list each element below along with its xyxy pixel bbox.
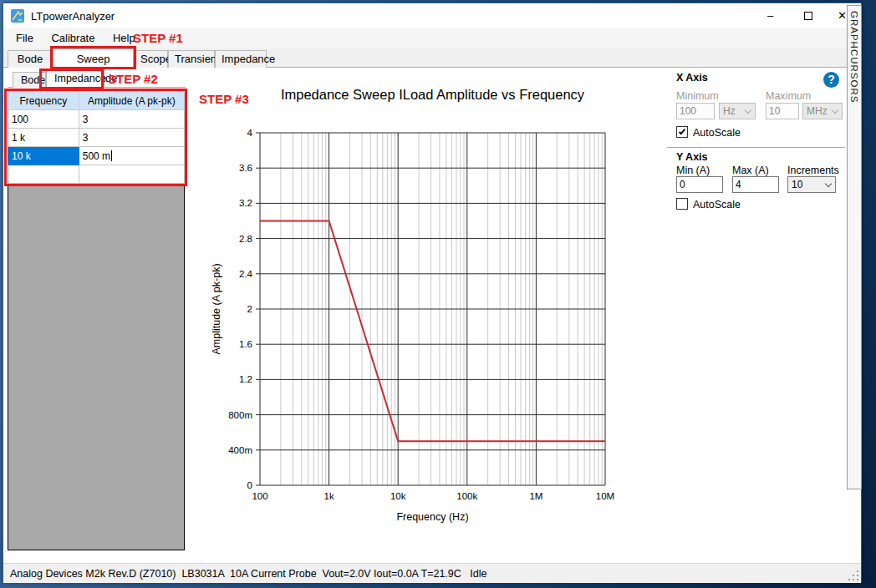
x-min-label: Minimum — [676, 90, 719, 102]
text-caret — [111, 150, 112, 161]
x-min-unit-dropdown[interactable]: Hz — [719, 103, 756, 119]
increments-label: Increments — [787, 165, 839, 176]
table-header-row: Frequency Amplitude (A pk-pk) — [8, 92, 185, 110]
column-header-frequency[interactable]: Frequency — [8, 92, 79, 110]
cell-frequency[interactable] — [8, 165, 79, 184]
main-tab-strip: Bode Plot Sweep Amplitude Scope Transien… — [3, 48, 861, 68]
maximize-icon — [804, 12, 812, 20]
table-row-empty — [8, 165, 185, 184]
svg-text:1M: 1M — [529, 491, 542, 501]
svg-text:400m: 400m — [228, 445, 252, 455]
subtab-bode[interactable]: Bode — [13, 72, 46, 88]
x-axis-section-title: X Axis — [676, 72, 708, 84]
tab-sweep-amplitude[interactable]: Sweep Amplitude — [53, 48, 134, 68]
graph-tab[interactable]: GRAPH — [849, 11, 859, 49]
cell-frequency[interactable]: 100 — [8, 110, 79, 129]
y-min-input[interactable] — [676, 176, 723, 193]
y-min-label: Min (A) — [676, 165, 710, 176]
cell-amplitude[interactable]: 3 — [79, 129, 184, 147]
subtab-impedance[interactable]: Impedance — [46, 69, 104, 88]
menu-file[interactable]: File — [8, 28, 41, 48]
chevron-down-icon — [825, 180, 832, 187]
svg-text:100k: 100k — [456, 491, 477, 501]
cell-frequency-selected[interactable]: 10 k — [8, 147, 79, 165]
column-header-amplitude[interactable]: Amplitude (A pk-pk) — [79, 92, 184, 110]
svg-text:1.6: 1.6 — [239, 339, 252, 349]
x-max-unit-dropdown[interactable]: MHz — [802, 103, 843, 119]
cell-frequency[interactable]: 1 k — [8, 129, 79, 147]
svg-text:Impedance Sweep ILoad Amplitud: Impedance Sweep ILoad Amplitude vs Frequ… — [281, 87, 585, 102]
svg-text:4: 4 — [247, 128, 253, 138]
tab-transient[interactable]: Transient — [168, 50, 215, 68]
checkmark-icon — [679, 128, 685, 135]
tab-bode-plot[interactable]: Bode Plot — [8, 50, 53, 68]
menu-calibrate[interactable]: Calibrate — [43, 28, 102, 48]
x-autoscale-checkbox[interactable] — [676, 126, 688, 138]
y-max-input[interactable] — [732, 176, 779, 193]
sweep-amplitude-page: Bode Impedance Frequency Amplitude (A pk… — [3, 68, 861, 560]
svg-text:2.4: 2.4 — [239, 269, 253, 279]
y-autoscale-label: AutoScale — [693, 199, 741, 210]
side-expander-strip[interactable]: GRAPHCURSORS — [847, 5, 862, 489]
svg-text:0: 0 — [247, 480, 252, 490]
svg-text:1.2: 1.2 — [239, 374, 252, 384]
svg-text:3.2: 3.2 — [239, 198, 252, 208]
amplitude-table: Frequency Amplitude (A pk-pk) 100 3 1 k … — [8, 91, 185, 184]
minimize-button[interactable]: – — [751, 3, 789, 28]
x-autoscale-label: AutoScale — [693, 127, 741, 139]
svg-text:3.6: 3.6 — [239, 163, 252, 173]
status-text: Analog Devices M2k Rev.D (Z7010) LB3031A… — [10, 568, 486, 580]
table-row: 1 k 3 — [8, 129, 185, 147]
svg-text:800m: 800m — [228, 410, 252, 420]
sub-tab-strip: Bode Impedance — [8, 69, 186, 88]
menu-bar: File Calibrate Help — [3, 28, 861, 48]
annotation-step2: STEP #2 — [108, 72, 158, 86]
svg-text:10M: 10M — [596, 491, 614, 501]
cell-amplitude-editing[interactable]: 500 m — [79, 147, 184, 165]
help-icon[interactable]: ? — [823, 72, 839, 88]
svg-text:Frequency (Hz): Frequency (Hz) — [396, 511, 468, 523]
x-min-input[interactable] — [676, 103, 715, 119]
title-bar: LTpowerAnalyzer – ✕ — [3, 3, 861, 28]
annotation-step3: STEP #3 — [199, 92, 249, 106]
x-max-label: Maximum — [766, 90, 811, 102]
chevron-down-icon — [745, 107, 751, 114]
app-icon — [11, 9, 24, 23]
axis-settings-panel: X Axis ? Minimum Hz Maximum MHz AutoScal… — [667, 68, 845, 560]
app-window: LTpowerAnalyzer – ✕ File Calibrate Help … — [3, 3, 862, 582]
y-autoscale-checkbox[interactable] — [676, 198, 688, 210]
cell-amplitude[interactable] — [79, 165, 184, 184]
resize-grip-icon[interactable] — [848, 570, 858, 580]
y-axis-section-title: Y Axis — [676, 151, 708, 163]
svg-text:100: 100 — [252, 491, 267, 501]
window-title: LTpowerAnalyzer — [31, 10, 115, 23]
x-max-input[interactable] — [766, 103, 799, 119]
tab-impedance[interactable]: Impedance — [215, 50, 267, 68]
svg-text:2.8: 2.8 — [239, 234, 252, 244]
increments-dropdown[interactable]: 10 — [787, 176, 836, 193]
svg-text:2: 2 — [247, 304, 252, 314]
annotation-step1: STEP #1 — [133, 31, 183, 45]
y-max-label: Max (A) — [732, 165, 769, 176]
table-row-selected: 10 k 500 m — [8, 147, 185, 165]
table-empty-area — [8, 186, 185, 550]
table-row: 100 3 — [8, 110, 185, 129]
svg-text:10k: 10k — [390, 491, 406, 501]
svg-text:Amplitude (A pk-pk): Amplitude (A pk-pk) — [211, 263, 222, 354]
section-divider — [667, 147, 845, 148]
status-bar: Analog Devices M2k Rev.D (Z7010) LB3031A… — [3, 563, 861, 583]
cell-amplitude[interactable]: 3 — [79, 110, 184, 129]
maximize-button[interactable] — [789, 3, 827, 28]
close-icon: ✕ — [838, 9, 847, 22]
impedance-sweep-chart[interactable]: 0400m800m1.21.622.42.83.23.641001k10k100… — [195, 68, 667, 560]
tab-scope[interactable]: Scope — [134, 50, 168, 68]
cursors-tab[interactable]: CURSORS — [849, 49, 859, 104]
svg-text:1k: 1k — [324, 491, 334, 501]
chevron-down-icon — [832, 107, 838, 114]
chart-panel: 0400m800m1.21.622.42.83.23.641001k10k100… — [195, 68, 667, 560]
